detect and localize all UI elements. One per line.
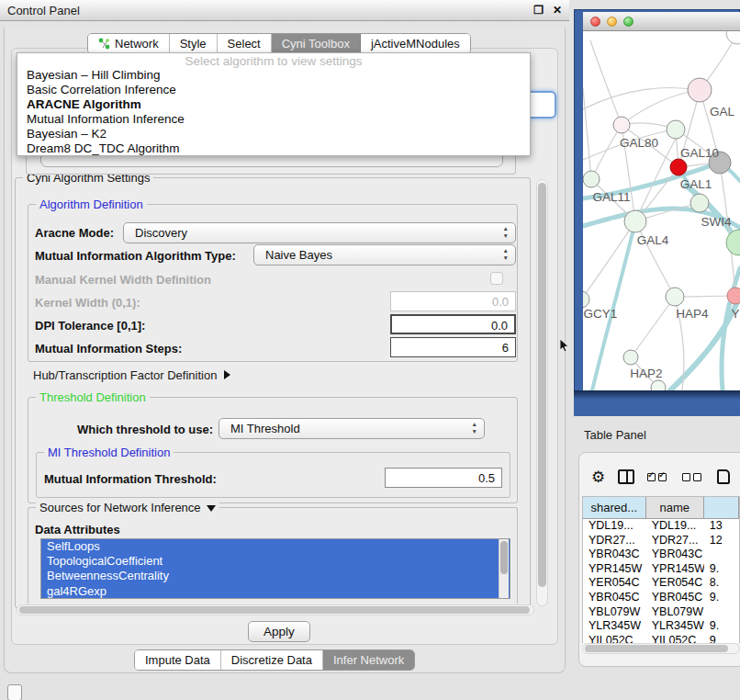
tab-label: Cyni Toolbox	[282, 37, 350, 51]
node-swi4[interactable]	[726, 230, 740, 255]
node-hap4[interactable]	[666, 288, 684, 306]
table-panel-titlebar: Table Panel	[569, 419, 740, 450]
table-cell: YER054C	[646, 576, 704, 591]
tab-jactivemnodules[interactable]: jActiveMNodules	[361, 34, 470, 53]
mi-threshold-definition-title: MI Threshold Definition	[44, 446, 174, 459]
hub-tf-definition-expander[interactable]: Hub/Transcription Factor Definition	[33, 368, 230, 382]
node-pink[interactable]	[688, 78, 712, 102]
sources-title: Sources for Network Inference	[39, 501, 201, 514]
close-window-icon[interactable]: ✕	[553, 4, 562, 17]
settings-vertical-scrollbar[interactable]	[536, 179, 548, 606]
column-header-col3[interactable]	[704, 497, 739, 519]
tab-cyni-toolbox[interactable]: Cyni Toolbox	[272, 34, 361, 53]
deselect-all-checkboxes-icon[interactable]	[682, 473, 704, 481]
minimize-traffic-light-icon[interactable]	[607, 17, 617, 27]
algorithm-option-mutual-information-inference[interactable]: Mutual Information Inference	[17, 112, 530, 127]
table-cell: YIL052C	[646, 634, 704, 643]
node-gal4[interactable]	[624, 210, 646, 232]
node-gal80[interactable]	[613, 117, 630, 133]
table-cell: 9.	[704, 619, 739, 634]
algorithm-option-basic-correlation-inference[interactable]: Basic Correlation Inference	[17, 83, 530, 97]
mi-threshold-field[interactable]: 0.5	[385, 468, 502, 488]
settings-horizontal-scrollbar[interactable]	[17, 604, 534, 615]
table-row[interactable]: YBR045CYBR045C9.	[583, 591, 739, 605]
which-threshold-select[interactable]: MI Threshold ▲▼	[219, 418, 485, 439]
document-icon[interactable]	[717, 469, 730, 484]
table-row[interactable]: YDL19...YDL19...13	[583, 519, 739, 534]
float-window-icon[interactable]: ❐	[533, 4, 544, 17]
table-panel-title: Table Panel	[584, 428, 646, 442]
network-edge	[583, 88, 591, 179]
tab-discretize-data[interactable]: Discretize Data	[221, 650, 323, 670]
threshold-definition-title: Threshold Definition	[36, 390, 150, 404]
table-horizontal-scrollbar[interactable]	[582, 643, 740, 654]
tab-infer-network[interactable]: Infer Network	[323, 650, 414, 670]
network-window-titlebar[interactable]	[583, 12, 740, 31]
table-row[interactable]: YER054CYER054C8.	[583, 576, 739, 591]
apply-button[interactable]: Apply	[248, 621, 310, 642]
tab-label: Network	[115, 37, 159, 51]
node-table[interactable]: shared...name YDL19...YDL19...13YDR27...…	[582, 496, 740, 643]
attribute-item-gal4rgexp[interactable]: gal4RGexp	[41, 584, 510, 599]
aracne-mode-value: Discovery	[135, 226, 187, 240]
algorithm-option-bayesian-hill-climbing[interactable]: Bayesian – Hill Climbing	[17, 68, 530, 83]
mi-algorithm-type-select[interactable]: Naive Bayes ▲▼	[253, 244, 516, 265]
dpi-tolerance-field[interactable]: 0.0	[390, 314, 516, 334]
kernel-width-field[interactable]: 0.0	[390, 291, 516, 311]
table-row[interactable]: YBR043CYBR043C	[583, 548, 739, 562]
algorithm-option-dream8-dc-tdc-algorithm[interactable]: Dream8 DC_TDC Algorithm	[17, 141, 530, 156]
attribute-item-betweennesscentrality[interactable]: BetweennessCentrality	[41, 569, 510, 583]
algorithm-option-bayesian-k2[interactable]: Bayesian – K2	[17, 127, 530, 141]
table-cell: 8.	[704, 576, 739, 591]
network-edge	[722, 268, 740, 390]
data-attributes-list: SelfLoopsTopologicalCoefficientBetweenne…	[40, 538, 510, 599]
node-salmon[interactable]	[727, 288, 740, 304]
node-label-gal1: GAL1	[680, 177, 712, 191]
tab-network[interactable]: Network	[88, 34, 170, 53]
algorithm-option-aracne-algorithm[interactable]: ARACNE Algorithm	[17, 97, 530, 112]
tab-impute-data[interactable]: Impute Data	[135, 650, 221, 670]
close-traffic-light-icon[interactable]	[590, 17, 600, 27]
node-gal11[interactable]	[583, 171, 600, 187]
table-row[interactable]: YIL052CYIL052C9	[583, 634, 739, 643]
aracne-mode-select[interactable]: Discovery ▲▼	[123, 222, 516, 243]
table-rows: YDL19...YDL19...13YDR27...YDR27...12YBR0…	[583, 519, 739, 643]
tab-style[interactable]: Style	[170, 34, 218, 53]
network-canvas[interactable]: GALGAL80GAL10GAL1GAL11SWI4GAL4GCY1HAP4YH…	[583, 31, 740, 390]
node-top-partial[interactable]	[726, 31, 740, 44]
algorithm-dropdown-placeholder: Select algorithm to view settings	[17, 53, 530, 68]
node-gcy1[interactable]	[583, 291, 589, 308]
zoom-traffic-light-icon[interactable]	[623, 17, 633, 27]
table-cell: YLR345W	[646, 619, 704, 634]
kernel-width-label: Kernel Width (0,1):	[35, 296, 140, 310]
node-gal10[interactable]	[667, 120, 685, 139]
mouse-cursor-icon	[560, 339, 570, 353]
sources-expander[interactable]: Sources for Network Inference	[36, 501, 219, 514]
node-gal1[interactable]	[690, 194, 709, 212]
node-label-y: Y	[731, 307, 739, 321]
column-header-name[interactable]: name	[646, 497, 704, 519]
table-cell: YDR27...	[583, 534, 646, 548]
attribute-item-topologicalcoefficient[interactable]: TopologicalCoefficient	[41, 554, 510, 569]
tab-select[interactable]: Select	[218, 34, 272, 53]
attribute-item-selfloops[interactable]: SelfLoops	[41, 539, 510, 554]
mi-steps-field[interactable]: 6	[390, 337, 516, 357]
node-hap2[interactable]	[623, 350, 638, 365]
settings-gear-icon[interactable]: ⚙	[591, 468, 605, 487]
attributes-scrollbar[interactable]	[499, 539, 509, 598]
table-cell: YDL19...	[583, 519, 646, 534]
select-all-checkboxes-icon[interactable]	[647, 473, 669, 481]
column-layout-icon[interactable]	[618, 469, 634, 484]
column-header-shared[interactable]: shared...	[583, 497, 646, 519]
table-row[interactable]: YBL079WYBL079W	[583, 605, 739, 620]
node-red[interactable]	[670, 159, 687, 175]
node-bottom[interactable]	[651, 380, 666, 390]
table-cell: 9.	[704, 591, 739, 605]
manual-kernel-width-checkbox[interactable]	[490, 272, 503, 285]
table-row[interactable]: YDR27...YDR27...12	[583, 534, 739, 548]
table-header-row: shared...name	[583, 497, 739, 519]
combo-stepper-icon: ▲▼	[472, 421, 477, 435]
table-row[interactable]: YLR345WYLR345W9.	[583, 619, 739, 634]
table-row[interactable]: YPR145WYPR145W9.	[583, 562, 739, 577]
minimized-panel-icon[interactable]	[7, 684, 22, 700]
